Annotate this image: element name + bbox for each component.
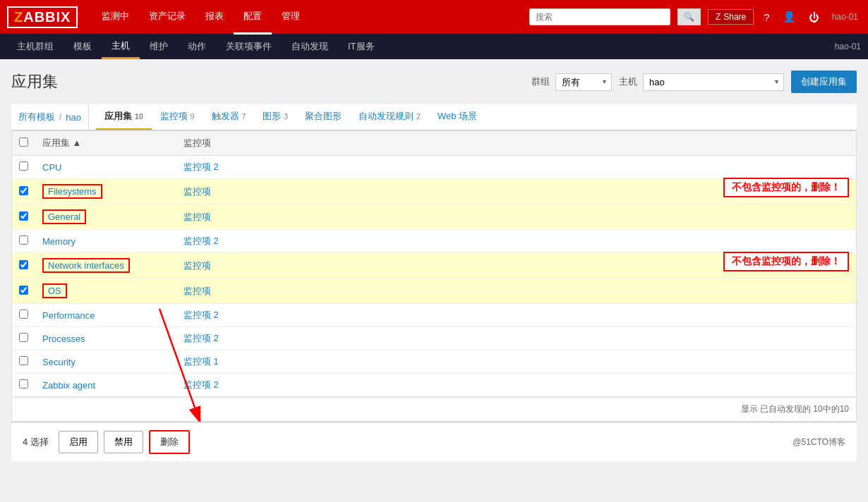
nav-discovery[interactable]: 自动发现: [282, 34, 338, 59]
table-row: Performance 监控项 2: [12, 304, 856, 327]
nav-correlation[interactable]: 关联项事件: [216, 34, 282, 59]
search-input[interactable]: [529, 8, 670, 25]
appset-link[interactable]: OS: [48, 286, 61, 296]
items-count-link[interactable]: 监控项: [183, 286, 211, 296]
row-checkbox[interactable]: [19, 235, 28, 245]
tab-webscenarios[interactable]: Web 场景: [429, 104, 486, 130]
create-appset-button[interactable]: 创建应用集: [791, 71, 857, 93]
nav-itservices[interactable]: IT服务: [338, 34, 385, 59]
row-name-cell: Zabbix agent: [35, 374, 176, 397]
row-checkbox[interactable]: [19, 212, 28, 221]
table-footer-text: 显示 已自动发现的 10中的10: [741, 404, 849, 414]
table-row: Filesystems 监控项 不包含监控项的，删除！: [12, 179, 856, 204]
col-name-header: 应用集 ▲: [35, 131, 176, 156]
row-checkbox[interactable]: [19, 379, 28, 388]
help-icon[interactable]: ?: [761, 8, 772, 26]
items-count-link[interactable]: 监控项: [183, 212, 211, 222]
group-select[interactable]: 所有: [555, 73, 612, 91]
row-checkbox[interactable]: [19, 356, 28, 365]
table-row: Zabbix agent 监控项 2: [12, 374, 856, 397]
tab-aggregate[interactable]: 聚合图形: [296, 104, 350, 130]
items-count-link[interactable]: 监控项 1: [183, 356, 219, 367]
row-items-cell: 监控项 2: [176, 374, 856, 397]
top-navigation: ZABBIX 监测中 资产记录 报表 配置 管理 🔍 Z Share ? 👤 ⏻…: [0, 0, 868, 34]
appset-link[interactable]: Processes: [42, 333, 85, 344]
items-count-link[interactable]: 监控项 2: [183, 333, 219, 343]
annotation-text-1: 不包含监控项的，删除！: [732, 181, 840, 192]
appset-link[interactable]: Performance: [42, 310, 95, 321]
nav-hostgroups[interactable]: 主机群组: [7, 34, 64, 59]
row-items-cell: 监控项 不包含监控项的，删除！: [176, 253, 856, 278]
appset-link[interactable]: Network interfaces: [48, 260, 124, 271]
tab-items[interactable]: 监控项 9: [152, 104, 203, 130]
row-checkbox-cell: [12, 327, 35, 350]
group-label: 群组: [531, 75, 550, 88]
nav-admin[interactable]: 管理: [272, 0, 310, 35]
items-count-link[interactable]: 监控项 2: [183, 310, 219, 320]
appset-link[interactable]: Memory: [42, 236, 76, 247]
row-checkbox[interactable]: [19, 161, 28, 171]
items-count-link[interactable]: 监控项: [183, 186, 211, 197]
tab-triggers[interactable]: 触发器 7: [203, 104, 255, 130]
appset-link[interactable]: Zabbix agent: [42, 380, 95, 391]
row-items-cell: 监控项 2: [176, 156, 856, 179]
row-name-cell: General: [35, 204, 176, 230]
select-all-checkbox[interactable]: [19, 137, 28, 147]
nav-templates[interactable]: 模板: [64, 34, 102, 59]
nav-assets[interactable]: 资产记录: [139, 0, 195, 35]
username-display: hao-01: [835, 42, 861, 51]
appset-link[interactable]: General: [48, 212, 80, 222]
items-count-link[interactable]: 监控项 2: [183, 379, 219, 390]
table-row: Security 监控项 1: [12, 350, 856, 374]
appset-link[interactable]: CPU: [42, 162, 61, 173]
nav-actions[interactable]: 动作: [178, 34, 216, 59]
group-filter: 群组 所有: [531, 73, 612, 91]
nav-reports[interactable]: 报表: [195, 0, 234, 35]
row-name-cell: Processes: [35, 327, 176, 350]
appset-link[interactable]: Security: [42, 357, 76, 367]
table-row: General 监控项: [12, 204, 856, 230]
items-count-link[interactable]: 监控项 2: [183, 161, 219, 172]
nav-maintenance[interactable]: 维护: [140, 34, 178, 59]
row-checkbox[interactable]: [19, 286, 28, 295]
enable-button[interactable]: 启用: [59, 431, 98, 453]
nav-hosts[interactable]: 主机: [102, 34, 140, 59]
nav-monitoring[interactable]: 监测中: [92, 0, 139, 35]
row-name-cell: CPU: [35, 156, 176, 179]
items-count-link[interactable]: 监控项: [183, 260, 211, 271]
breadcrumb-templates[interactable]: 所有模板: [18, 111, 55, 123]
row-checkbox[interactable]: [19, 310, 28, 319]
tab-autodiscovery[interactable]: 自动发现规则 2: [350, 104, 429, 130]
top-nav-menu: 监测中 资产记录 报表 配置 管理: [92, 0, 310, 35]
row-checkbox[interactable]: [19, 333, 28, 342]
row-checkbox-cell: [12, 156, 35, 179]
row-checkbox-cell: [12, 204, 35, 230]
nav-config[interactable]: 配置: [234, 0, 272, 35]
share-button[interactable]: Z Share: [708, 9, 754, 25]
tab-appsets[interactable]: 应用集 10: [96, 104, 152, 130]
breadcrumb-host[interactable]: hao: [66, 112, 81, 123]
row-checkbox-cell: [12, 350, 35, 374]
col-checkbox-header: [12, 131, 35, 156]
row-name-cell: Filesystems: [35, 179, 176, 204]
row-checkbox[interactable]: [19, 260, 28, 269]
items-count-link[interactable]: 监控项 2: [183, 235, 219, 246]
delete-button[interactable]: 删除: [149, 430, 190, 454]
appsets-table: 应用集 ▲ 监控项 CPU 监控项 2 Filesystems: [12, 131, 856, 397]
page-content: 应用集 群组 所有 主机 hao 创建应用集 所有模板 / hao: [0, 59, 868, 461]
disable-button[interactable]: 禁用: [104, 431, 143, 453]
logout-icon[interactable]: ⏻: [806, 8, 822, 26]
search-button[interactable]: 🔍: [677, 8, 701, 25]
row-checkbox-cell: [12, 374, 35, 397]
user-icon[interactable]: 👤: [780, 8, 799, 26]
row-checkbox-cell: [12, 179, 35, 204]
row-items-cell: 监控项 2: [176, 230, 856, 253]
table-row: OS 监控项: [12, 278, 856, 304]
host-select[interactable]: hao: [643, 73, 784, 91]
table-row: Network interfaces 监控项 不包含监控项的，删除！: [12, 253, 856, 278]
table-row: Processes 监控项 2: [12, 327, 856, 350]
tab-graphs[interactable]: 图形 3: [254, 104, 296, 130]
share-icon: Z: [716, 12, 721, 22]
row-checkbox[interactable]: [19, 186, 28, 195]
appset-link[interactable]: Filesystems: [48, 186, 97, 197]
